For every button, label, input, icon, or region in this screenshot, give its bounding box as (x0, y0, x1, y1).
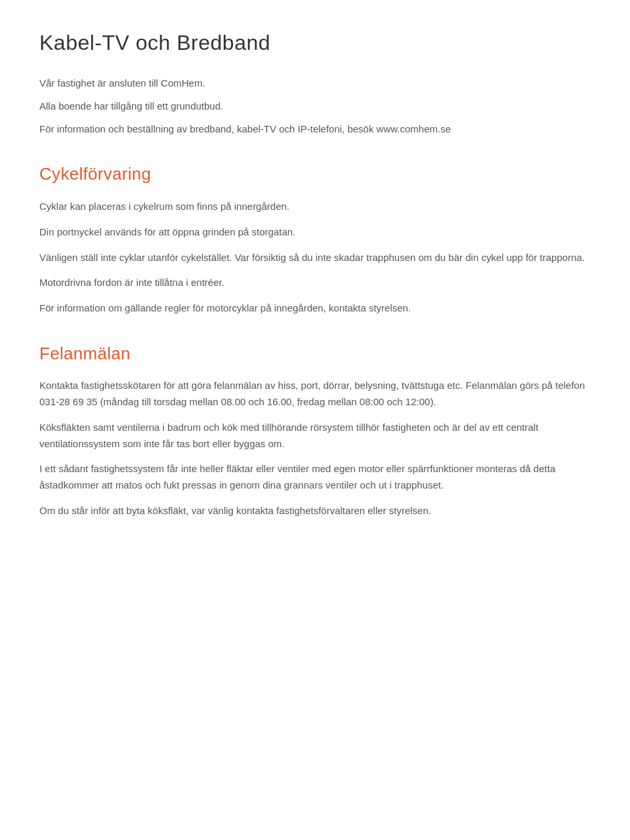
cykelforvaring-section: Cykelförvaring Cyklar kan placeras i cyk… (39, 161, 591, 316)
main-heading: Kabel-TV och Bredband (39, 26, 591, 60)
intro-paragraph-2: Alla boende har tillgång till ett grundu… (39, 98, 591, 115)
felanmalan-paragraph-3: I ett sådant fastighetssystem får inte h… (39, 461, 591, 494)
kabel-tv-section: Kabel-TV och Bredband Vår fastighet är a… (39, 26, 591, 137)
cykel-paragraph-3: Vänligen ställ inte cyklar utanför cykel… (39, 250, 591, 266)
cykel-paragraph-1: Cyklar kan placeras i cykelrum som finns… (39, 199, 591, 215)
intro-paragraph-3: För information och beställning av bredb… (39, 121, 591, 138)
felanmalan-paragraph-1: Kontakta fastighetsskötaren för att göra… (39, 378, 591, 410)
page-container: Kabel-TV och Bredband Vår fastighet är a… (39, 26, 591, 519)
cykel-paragraph-5: För information om gällande regler för m… (39, 300, 591, 317)
felanmalan-paragraph-4: Om du står inför att byta köksfläkt, var… (39, 503, 591, 519)
felanmalan-section: Felanmälan Kontakta fastighetsskötaren f… (39, 340, 591, 519)
cykelforvaring-heading: Cykelförvaring (39, 161, 591, 188)
intro-paragraph-1: Vår fastighet är ansluten till ComHem. (39, 75, 591, 92)
cykel-paragraph-4: Motordrivna fordon är inte tillåtna i en… (39, 275, 591, 291)
cykel-paragraph-2: Din portnyckel används för att öppna gri… (39, 224, 591, 241)
felanmalan-heading: Felanmälan (39, 340, 591, 368)
felanmalan-paragraph-2: Köksfläkten samt ventilerna i badrum och… (39, 420, 591, 452)
